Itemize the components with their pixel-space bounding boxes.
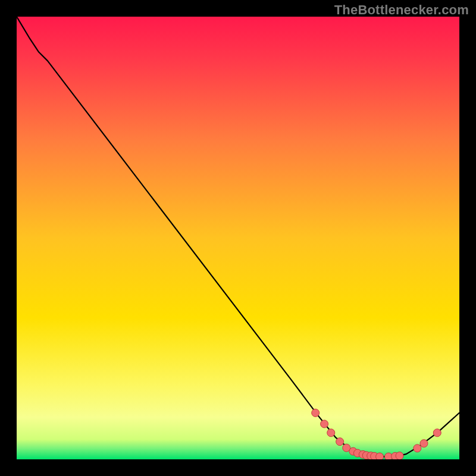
data-marker xyxy=(321,420,328,428)
plot-area xyxy=(17,17,459,459)
data-marker xyxy=(376,453,384,459)
plot-svg xyxy=(17,17,459,459)
watermark-text: TheBottlenecker.com xyxy=(334,2,469,18)
data-marker xyxy=(396,452,403,459)
data-marker xyxy=(336,438,344,446)
data-marker xyxy=(433,429,441,437)
gradient-background xyxy=(17,17,459,459)
data-marker xyxy=(327,429,335,437)
chart-frame: TheBottlenecker.com xyxy=(0,0,476,476)
data-marker xyxy=(312,409,320,416)
data-marker xyxy=(414,444,421,452)
data-marker xyxy=(420,440,428,447)
